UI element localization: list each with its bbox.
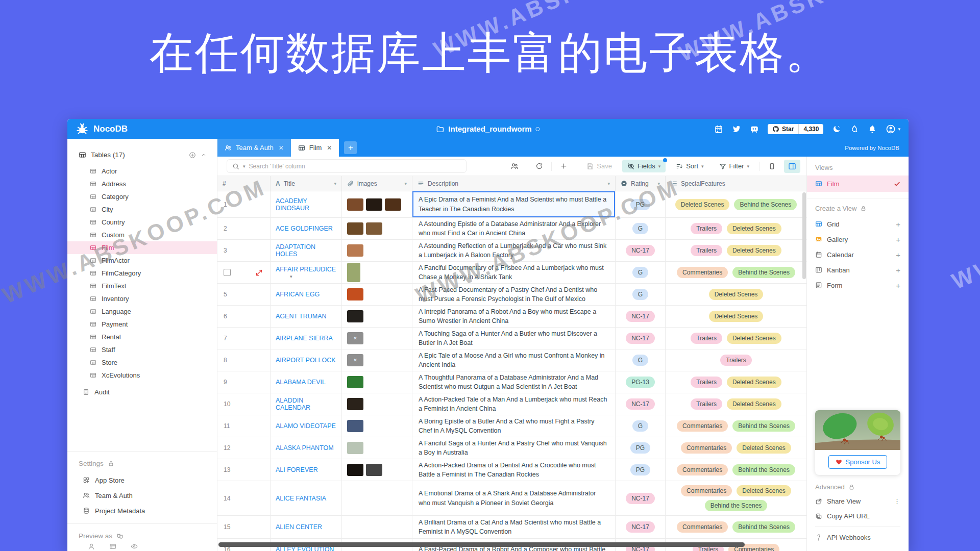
theme-paint-icon[interactable] [850, 124, 859, 134]
user-menu[interactable]: ▾ [886, 124, 900, 134]
column-header-title[interactable]: A Title ▾ [271, 176, 342, 191]
chevron-down-icon[interactable]: ▾ [607, 181, 610, 186]
sidebar-table-xcevolutions[interactable]: XcEvolutions [67, 369, 217, 382]
scrollbar-thumb[interactable] [218, 542, 745, 547]
plus-icon[interactable]: + [896, 251, 900, 259]
rating-cell[interactable]: G [616, 349, 666, 371]
tab-team-auth[interactable]: Team & Auth ✕ [217, 139, 291, 157]
collapse-chevron-up-icon[interactable] [201, 152, 207, 158]
sidebar-item-audit[interactable]: Audit [67, 386, 217, 398]
title-cell[interactable]: ALI FOREVER [271, 459, 342, 481]
expand-row-icon[interactable] [255, 269, 263, 277]
plus-icon[interactable]: + [896, 220, 900, 229]
attachment-thumbnail[interactable] [347, 398, 363, 410]
sidebar-table-payment[interactable]: Payment [67, 318, 217, 331]
rating-cell[interactable]: G [616, 415, 666, 437]
attachment-thumbnail[interactable] [347, 442, 363, 454]
chevron-down-icon[interactable]: ▾ [243, 164, 246, 169]
images-cell[interactable] [342, 349, 412, 371]
column-header-images[interactable]: images ▾ [342, 176, 412, 191]
sidebar-table-category[interactable]: Category [67, 190, 217, 203]
title-link[interactable]: ALADDIN CALENDAR [276, 397, 336, 411]
row-number-cell[interactable]: 2 [217, 218, 271, 239]
images-cell[interactable] [342, 240, 412, 261]
title-link[interactable]: ADAPTATION HOLES [276, 243, 336, 258]
title-cell[interactable]: AGENT TRUMAN [271, 306, 342, 327]
rating-cell[interactable]: PG [616, 191, 666, 217]
create-view-gallery[interactable]: Gallery + [815, 232, 900, 247]
create-view-grid[interactable]: Grid + [815, 216, 900, 232]
title-cell[interactable]: ALADDIN CALENDAR [271, 393, 342, 415]
attachment-thumbnail[interactable] [347, 354, 363, 366]
dark-mode-moon-icon[interactable] [832, 124, 841, 134]
sidebar-table-rental[interactable]: Rental [67, 331, 217, 343]
rating-cell[interactable]: G [616, 218, 666, 239]
attachment-thumbnail[interactable] [347, 288, 363, 300]
row-number-cell[interactable]: 13 [217, 459, 271, 481]
images-cell[interactable] [342, 415, 412, 437]
fields-button[interactable]: Fields ▾ [622, 160, 666, 172]
attachment-thumbnail[interactable] [366, 222, 382, 235]
sidebar-table-film[interactable]: Film [67, 241, 217, 254]
specialfeatures-cell[interactable]: Deleted Scenes [666, 284, 806, 305]
title-link[interactable]: ALASKA PHANTOM [276, 444, 334, 452]
description-cell[interactable]: A Boring Epistle of a Butler And a Cat w… [412, 415, 616, 437]
title-link[interactable]: AFFAIR PREJUDICE [276, 266, 336, 273]
description-cell[interactable]: A Intrepid Panorama of a Robot And a Boy… [412, 306, 616, 327]
title-cell[interactable]: ALICE FANTASIA [271, 481, 342, 515]
calendar-icon[interactable] [714, 124, 723, 134]
description-cell[interactable]: A Epic Tale of a Moose And a Girl who mu… [412, 349, 616, 371]
rating-cell[interactable]: NC-17 [616, 240, 666, 261]
row-number-cell[interactable]: 8 [217, 349, 271, 371]
rating-cell[interactable]: NC-17 [616, 306, 666, 327]
brand[interactable]: NocoDB [76, 122, 128, 136]
images-cell[interactable] [342, 516, 412, 538]
api-webhooks-item[interactable]: API Webhooks [815, 530, 900, 545]
specialfeatures-cell[interactable]: CommentariesBehind the Scenes [666, 516, 806, 538]
title-cell[interactable]: ACE GOLDFINGER [271, 218, 342, 239]
row-number-cell[interactable]: 6 [217, 306, 271, 327]
row-number-cell[interactable]: 11 [217, 415, 271, 437]
images-cell[interactable] [342, 191, 412, 217]
add-table-icon[interactable] [189, 152, 196, 159]
title-cell[interactable]: AFRICAN EGG [271, 284, 342, 305]
specialfeatures-cell[interactable]: Deleted ScenesBehind the Scenes [666, 191, 806, 217]
save-button[interactable]: Save [581, 160, 617, 172]
reload-icon[interactable] [532, 162, 546, 170]
create-view-kanban[interactable]: Kanban + [815, 262, 900, 278]
column-header-specialfeatures[interactable]: SpecialFeatures [666, 176, 806, 191]
title-link[interactable]: ACE GOLDFINGER [276, 225, 333, 232]
preview-role-icons[interactable] [67, 543, 217, 551]
add-tab-button[interactable]: + [344, 141, 357, 154]
plus-icon[interactable]: + [896, 281, 900, 290]
specialfeatures-cell[interactable]: CommentariesDeleted Scenes [666, 437, 806, 459]
sidebar-table-filmcategory[interactable]: FilmCategory [67, 267, 217, 280]
row-checkbox[interactable] [224, 269, 231, 276]
attachment-thumbnail[interactable] [347, 198, 363, 211]
images-cell[interactable] [342, 459, 412, 481]
title-link[interactable]: ALI FOREVER [276, 466, 318, 473]
row-number-cell[interactable]: 12 [217, 437, 271, 459]
specialfeatures-cell[interactable]: CommentariesBehind the Scenes [666, 459, 806, 481]
star-count[interactable]: 4,330 [799, 124, 823, 134]
specialfeatures-cell[interactable]: TrailersDeleted Scenes [666, 371, 806, 393]
close-icon[interactable]: ✕ [279, 144, 284, 152]
tab-film[interactable]: Film ✕ [291, 139, 339, 157]
vertical-scrollbar[interactable] [802, 192, 806, 279]
sidebar-table-filmtext[interactable]: FilmText [67, 280, 217, 292]
twitter-icon[interactable] [732, 124, 741, 134]
rating-cell[interactable]: G [616, 262, 666, 283]
sidebar-item-project-metadata[interactable]: Project Metadata [67, 503, 217, 518]
description-cell[interactable]: A Brilliant Drama of a Cat And a Mad Sci… [412, 516, 616, 538]
description-cell[interactable]: A Astounding Reflection of a Lumberjack … [412, 240, 616, 261]
create-view-calendar[interactable]: Calendar + [815, 247, 900, 262]
collaborators-icon[interactable] [507, 162, 522, 170]
attachment-thumbnail[interactable] [385, 198, 401, 211]
sidebar-table-store[interactable]: Store [67, 356, 217, 369]
attachment-thumbnail[interactable] [347, 376, 363, 388]
attachment-thumbnail[interactable] [347, 263, 360, 282]
sidebar-table-staff[interactable]: Staff [67, 343, 217, 356]
plus-icon[interactable]: + [896, 235, 900, 244]
description-cell[interactable]: A Astounding Epistle of a Database Admin… [412, 218, 616, 239]
share-view-item[interactable]: Share View ⋮ [815, 494, 900, 509]
